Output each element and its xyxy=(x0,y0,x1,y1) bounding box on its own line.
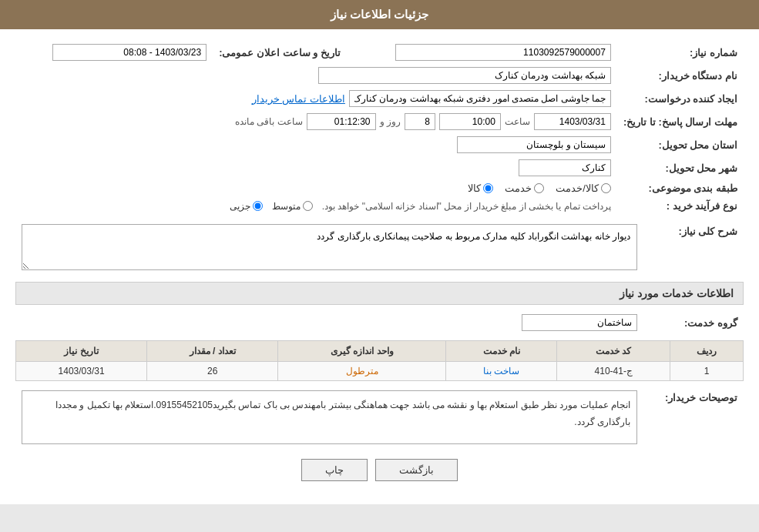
category-khedmat-label: خدمت xyxy=(505,182,532,194)
announce-input[interactable] xyxy=(52,44,207,61)
cell-date: 1403/03/31 xyxy=(16,362,147,381)
creator-label: ایجاد کننده درخواست: xyxy=(617,87,744,110)
buyer-desc-box: انجام عملیات مورد نظر طبق استعلام بها و … xyxy=(22,390,637,444)
col-need-date: تاریخ نیاز xyxy=(16,341,147,362)
process-motavasset-label: متوسط xyxy=(272,201,301,212)
announce-label: تاریخ و ساعت اعلان عمومی: xyxy=(213,41,347,64)
city-input[interactable] xyxy=(519,159,611,176)
col-service-code: کد خدمت xyxy=(557,341,670,362)
contact-link[interactable]: اطلاعات تماس خریدار xyxy=(252,93,345,105)
col-count-amount: تعداد / مقدار xyxy=(147,341,278,362)
cell-service-code: ج-41-410 xyxy=(557,362,670,381)
cell-unit: مترطول xyxy=(278,362,446,381)
category-kala-label: کالا xyxy=(468,182,481,194)
category-khedmat-option[interactable]: خدمت xyxy=(505,182,544,194)
process-jezyi-label: جزیی xyxy=(230,201,250,212)
creator-input[interactable] xyxy=(349,90,611,107)
print-button[interactable]: چاپ xyxy=(301,459,368,481)
buyer-org-input[interactable] xyxy=(318,67,611,84)
col-unit-measure: واحد اندازه گیری xyxy=(278,341,446,362)
service-group-input[interactable] xyxy=(522,314,637,331)
deadline-days-input[interactable] xyxy=(405,113,435,130)
deadline-days-label: روز و xyxy=(380,116,401,127)
need-number-label: شماره نیاز: xyxy=(617,41,744,64)
deadline-remain-input[interactable] xyxy=(307,113,376,130)
back-button[interactable]: بازگشت xyxy=(375,459,458,481)
need-number-input[interactable] xyxy=(395,44,611,61)
col-service-name: نام خدمت xyxy=(446,341,557,362)
buyer-desc-label: توصیحات خریدار: xyxy=(643,387,744,447)
category-label: طبقه بندی موضوعی: xyxy=(617,179,744,197)
process-motavasset-option[interactable]: متوسط xyxy=(272,201,313,212)
need-desc-label: شرح کلی نیاز: xyxy=(643,221,744,276)
need-desc-textarea[interactable] xyxy=(22,224,637,270)
page-title: جزئیات اطلاعات نیاز xyxy=(331,8,428,21)
col-row-num: ردیف xyxy=(670,341,744,362)
province-input[interactable] xyxy=(457,136,611,153)
province-label: استان محل تحویل: xyxy=(617,133,744,156)
process-label: نوع فرآیند خرید : xyxy=(617,197,744,215)
buyer-org-label: نام دستگاه خریدار: xyxy=(617,64,744,87)
deadline-remain-label: ساعت باقی مانده xyxy=(235,116,303,127)
category-kala-option[interactable]: کالا xyxy=(468,182,493,194)
deadline-time-input[interactable] xyxy=(439,113,501,130)
cell-row-num: 1 xyxy=(670,362,744,381)
category-kala-khedmat-option[interactable]: کالا/خدمت xyxy=(556,182,611,194)
service-group-label: گروه خدمت: xyxy=(643,311,744,334)
cell-service-name[interactable]: ساخت بنا xyxy=(446,362,557,381)
process-jezyi-option[interactable]: جزیی xyxy=(230,201,263,212)
cell-count: 26 xyxy=(147,362,278,381)
deadline-time-label: ساعت xyxy=(505,116,530,127)
table-row: 1 ج-41-410 ساخت بنا مترطول 26 1403/03/31 xyxy=(16,362,744,381)
category-kala-khedmat-label: کالا/خدمت xyxy=(556,182,599,194)
page-header: جزئیات اطلاعات نیاز xyxy=(0,0,759,29)
services-section-title: اطلاعات خدمات مورد نیاز xyxy=(15,282,744,305)
button-area: بازگشت چاپ xyxy=(15,459,744,481)
deadline-label: مهلت ارسال پاسخ: تا تاریخ: xyxy=(617,110,744,133)
deadline-date-input[interactable] xyxy=(534,113,611,130)
city-label: شهر محل تحویل: xyxy=(617,156,744,179)
process-desc: پرداخت تمام یا بخشی از مبلغ خریدار از مح… xyxy=(322,201,611,212)
